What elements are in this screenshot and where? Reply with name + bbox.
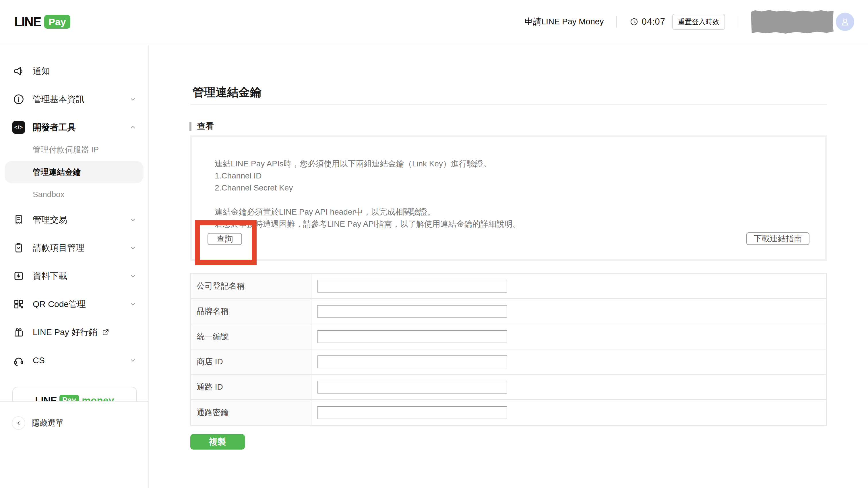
hide-menu-label: 隱藏選單 [32,418,64,429]
section-header: 查看 [189,121,214,132]
sidebar-item-developer-tools[interactable]: </>開發者工具 [0,113,148,141]
field-label-company-name: 公司登記名稱 [191,274,311,298]
company-name-input[interactable] [317,280,507,293]
chevron-down-icon [129,216,136,224]
tax-id-input[interactable] [317,330,507,343]
megaphone-icon [12,65,25,78]
footer-logo-pay-badge: Pay [59,395,79,401]
session-time-value: 04:07 [642,17,665,27]
table-row: 通路 ID [191,375,826,400]
section-title: 查看 [197,121,214,132]
sidebar-item-basic-info[interactable]: 管理基本資訊 [0,85,148,113]
table-row: 公司登記名稱 [191,274,826,299]
field-value-cell [311,375,826,399]
field-label-channel-id: 通路 ID [191,375,311,399]
field-label-merchant-id: 商店 ID [191,350,311,374]
info-text-line: 1.Channel ID [215,170,521,182]
sidebar-scroll-area: 通知管理基本資訊</>開發者工具管理付款伺服器 IP管理連結金鑰Sandbox管… [0,45,148,401]
chevron-down-icon [129,272,136,280]
channel-secret-input[interactable] [317,406,507,419]
copy-button[interactable]: 複製 [190,434,245,450]
sidebar-item-cs[interactable]: CS [0,346,148,375]
redacted-account-name [751,10,834,34]
gift-icon [12,326,25,339]
code-icon: </> [12,121,25,134]
chevron-left-icon[interactable] [12,416,25,430]
sidebar-item-label: 管理基本資訊 [33,94,84,105]
sidebar-item-line-pay-marketing[interactable]: LINE Pay 好行銷 [0,318,148,346]
chevron-down-icon [129,300,136,308]
channel-id-input[interactable] [317,381,507,394]
field-label-brand-name: 品牌名稱 [191,299,311,324]
field-label-channel-secret: 通路密鑰 [191,400,311,425]
person-icon [839,16,851,28]
query-button[interactable]: 查詢 [208,233,242,245]
info-text: 連結LINE Pay APIs時，您必須使用以下兩組連結金鑰（Link Key）… [215,158,521,230]
sidebar-item-label: LINE Pay 好行銷 [33,326,97,338]
apply-line-pay-money-link[interactable]: 申請LINE Pay Money [525,16,604,28]
sidebar-nav: 通知管理基本資訊</>開發者工具管理付款伺服器 IP管理連結金鑰Sandbox管… [0,45,148,375]
sidebar-item-billing-items[interactable]: 請款項目管理 [0,234,148,262]
info-text-line: 連結LINE Pay APIs時，您必須使用以下兩組連結金鑰（Link Key）… [215,158,521,170]
header-divider [616,16,617,28]
sidebar-item-label: 資料下載 [33,270,67,282]
sidebar-item-label: 開發者工具 [33,122,76,133]
avatar[interactable] [836,12,854,31]
info-text-line [215,194,521,206]
logo-pay-badge: Pay [44,15,70,29]
sidebar-item-label: QR Code管理 [33,298,86,310]
section-bar [189,122,191,131]
page-title: 管理連結金鑰 [193,84,261,100]
clipboard-icon [12,241,25,255]
table-row: 通路密鑰 [191,400,826,425]
sidebar: 通知管理基本資訊</>開發者工具管理付款伺服器 IP管理連結金鑰Sandbox管… [0,45,149,488]
sidebar-item-label: 通知 [33,65,50,77]
table-row: 統一編號 [191,324,826,350]
sidebar-item-label: 請款項目管理 [33,242,84,254]
field-label-tax-id: 統一編號 [191,324,311,349]
hide-menu-button[interactable]: 隱藏選單 [12,416,64,430]
field-value-cell [311,299,826,324]
sidebar-subitem-payment-server-ip[interactable]: 管理付款伺服器 IP [0,138,148,161]
chevron-down-icon [129,96,136,103]
header-actions: 申請LINE Pay Money 04:07 重置登入時效 [525,0,854,43]
top-header: LINE Pay 申請LINE Pay Money 04:07 重置登入時效 [0,0,868,44]
info-text-line: 若您於串接時遭遇困難，請參考LINE Pay API指南，以了解使用連結金鑰的詳… [215,218,521,230]
table-row: 商店 ID [191,350,826,375]
sidebar-item-label: CS [33,355,45,365]
sidebar-item-notifications[interactable]: 通知 [0,57,148,85]
field-value-cell [311,274,826,298]
sidebar-subitem-manage-link-keys[interactable]: 管理連結金鑰 [5,161,144,183]
qr-icon [12,297,25,311]
chevron-down-icon [129,244,136,252]
footer-logo-money-text: money [82,395,114,401]
merchant-id-input[interactable] [317,355,507,368]
info-text-line: 2.Channel Secret Key [215,182,521,194]
brand-name-input[interactable] [317,305,507,318]
link-key-table: 公司登記名稱品牌名稱統一編號商店 ID通路 ID通路密鑰 [190,273,827,426]
reset-session-button[interactable]: 重置登入時效 [672,14,725,30]
download-guide-button[interactable]: 下載連結指南 [746,232,809,245]
link-key-info-panel: 連結LINE Pay APIs時，您必須使用以下兩組連結金鑰（Link Key）… [190,135,827,261]
title-divider [190,104,827,105]
headset-icon [12,354,25,367]
sidebar-subitem-sandbox[interactable]: Sandbox [0,183,148,206]
footer-logo-line-text: LINE [35,395,57,401]
session-timer: 04:07 [629,17,665,27]
sidebar-item-data-download[interactable]: 資料下載 [0,262,148,290]
sidebar-footer-divider [0,401,149,402]
sidebar-item-label: 管理交易 [33,214,67,226]
logo-line-text: LINE [14,14,41,29]
field-value-cell [311,324,826,349]
sidebar-subnav: 管理付款伺服器 IP管理連結金鑰Sandbox [0,138,148,206]
info-text-line: 連結金鑰必須置於LINE Pay API header中，以完成相關驗證。 [215,206,521,218]
field-value-cell [311,350,826,374]
header-divider [738,16,738,28]
sidebar-item-manage-transactions[interactable]: 管理交易 [0,206,148,234]
table-row: 品牌名稱 [191,299,826,324]
line-pay-money-card[interactable]: LINE Pay money [12,387,137,401]
line-pay-logo: LINE Pay [14,14,70,29]
external-link-icon [101,328,110,336]
download-icon [12,269,25,283]
sidebar-item-qr-code[interactable]: QR Code管理 [0,290,148,318]
